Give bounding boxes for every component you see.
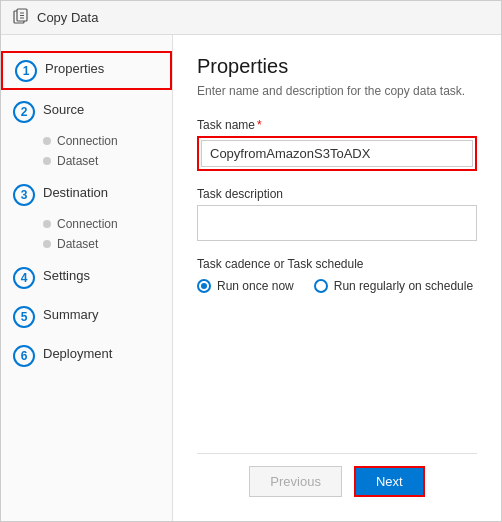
source-sub: Connection Dataset — [43, 129, 172, 173]
copy-data-window: Copy Data 1 Properties 2 Source Connecti… — [0, 0, 502, 522]
radio-once-label: Run once now — [217, 279, 294, 293]
panel-title: Properties — [197, 55, 477, 78]
dest-connection-label: Connection — [57, 217, 118, 231]
source-dataset-dot — [43, 157, 51, 165]
dest-connection-dot — [43, 220, 51, 228]
source-connection-item: Connection — [43, 131, 172, 151]
required-marker: * — [257, 118, 262, 132]
task-name-label: Task name* — [197, 118, 477, 132]
nav-number-3: 3 — [13, 184, 35, 206]
copy-data-icon — [13, 8, 29, 27]
dest-dataset-item: Dataset — [43, 234, 172, 254]
destination-sub: Connection Dataset — [43, 212, 172, 256]
task-name-group: Task name* — [197, 118, 477, 171]
titlebar: Copy Data — [1, 1, 501, 35]
nav-number-6: 6 — [13, 345, 35, 367]
radio-schedule-label: Run regularly on schedule — [334, 279, 473, 293]
sidebar-label-properties: Properties — [45, 59, 104, 76]
radio-once-circle — [197, 279, 211, 293]
source-connection-label: Connection — [57, 134, 118, 148]
task-name-input[interactable] — [201, 140, 473, 167]
previous-button[interactable]: Previous — [249, 466, 342, 497]
sidebar-item-settings[interactable]: 4 Settings — [1, 260, 172, 295]
sidebar: 1 Properties 2 Source Connection Dataset — [1, 35, 173, 521]
dest-dataset-dot — [43, 240, 51, 248]
content-area: 1 Properties 2 Source Connection Dataset — [1, 35, 501, 521]
sidebar-item-properties[interactable]: 1 Properties — [1, 51, 172, 90]
titlebar-label: Copy Data — [37, 10, 98, 25]
sidebar-label-summary: Summary — [43, 305, 99, 322]
sidebar-item-deployment[interactable]: 6 Deployment — [1, 338, 172, 373]
sidebar-label-destination: Destination — [43, 183, 108, 200]
nav-number-2: 2 — [13, 101, 35, 123]
nav-number-1: 1 — [15, 60, 37, 82]
next-button[interactable]: Next — [354, 466, 425, 497]
radio-group: Run once now Run regularly on schedule — [197, 279, 477, 293]
radio-schedule-circle — [314, 279, 328, 293]
sidebar-item-destination[interactable]: 3 Destination — [1, 177, 172, 212]
source-dataset-label: Dataset — [57, 154, 98, 168]
sidebar-label-deployment: Deployment — [43, 344, 112, 361]
dest-dataset-label: Dataset — [57, 237, 98, 251]
cadence-group: Task cadence or Task schedule Run once n… — [197, 257, 477, 293]
sidebar-label-source: Source — [43, 100, 84, 117]
task-name-wrapper — [197, 136, 477, 171]
sidebar-label-settings: Settings — [43, 266, 90, 283]
nav-number-4: 4 — [13, 267, 35, 289]
nav-number-5: 5 — [13, 306, 35, 328]
source-connection-dot — [43, 137, 51, 145]
source-dataset-item: Dataset — [43, 151, 172, 171]
main-panel: Properties Enter name and description fo… — [173, 35, 501, 521]
dest-connection-item: Connection — [43, 214, 172, 234]
task-desc-group: Task description — [197, 187, 477, 241]
sidebar-item-source[interactable]: 2 Source — [1, 94, 172, 129]
task-desc-input[interactable] — [197, 205, 477, 241]
sidebar-item-summary[interactable]: 5 Summary — [1, 299, 172, 334]
radio-once[interactable]: Run once now — [197, 279, 294, 293]
task-desc-label: Task description — [197, 187, 477, 201]
cadence-label: Task cadence or Task schedule — [197, 257, 477, 271]
footer: Previous Next — [197, 453, 477, 501]
radio-schedule[interactable]: Run regularly on schedule — [314, 279, 473, 293]
panel-description: Enter name and description for the copy … — [197, 84, 477, 98]
